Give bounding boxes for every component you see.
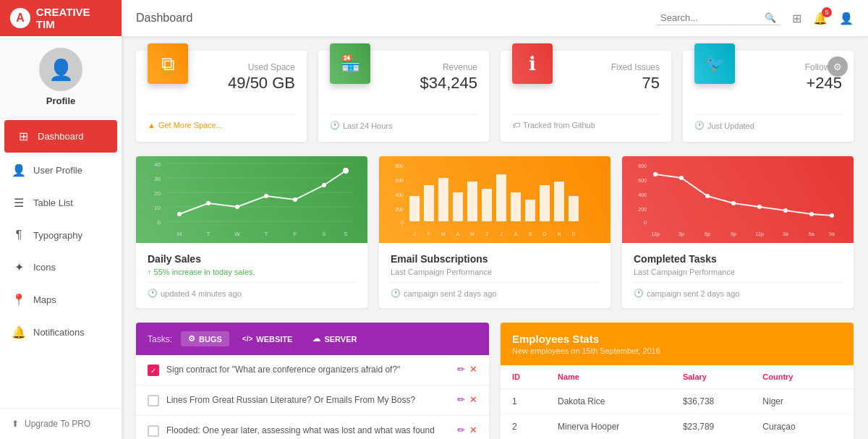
emp-salary: $36,738 [671,389,751,414]
daily-sales-footer-text: updated 4 minutes ago [161,289,242,298]
task-actions-1: ✏ ✕ [457,364,477,375]
task-text-1: Sign contract for "What are conference o… [166,364,450,376]
employees-header: Employees Stats New employees on 15th Se… [501,323,854,365]
svg-text:0: 0 [158,219,161,226]
employees-card: Employees Stats New employees on 15th Se… [501,323,854,439]
svg-point-15 [322,183,326,187]
svg-text:S: S [344,231,347,237]
task-delete-1[interactable]: ✕ [469,364,477,375]
completed-tasks-footer: 🕐 campaign sent 2 days ago [634,282,842,298]
svg-text:F: F [427,231,430,236]
brand-header: A CREATIVE TIM [0,0,122,36]
website-icon: </> [242,335,252,343]
svg-text:W: W [234,231,240,237]
emp-id: 2 [501,414,546,440]
sidebar-item-notifications[interactable]: 🔔 Notifications [0,316,122,349]
header: Dashboard 🔍 ⊞ 🔔 5 👤 [122,0,868,36]
task-tab-server[interactable]: ☁ SERVER [305,331,364,346]
svg-rect-34 [482,189,492,221]
task-checkbox-1[interactable]: ✓ [148,365,159,376]
svg-text:J: J [500,231,503,236]
clock-icon-daily: 🕐 [148,289,158,298]
maps-icon: 📍 [12,293,26,307]
task-delete-2[interactable]: ✕ [469,394,477,405]
col-salary: Salary [671,365,751,389]
svg-text:M: M [441,231,446,236]
fixed-issues-footer: 🏷 Tracked from Github [512,114,660,129]
svg-text:600: 600 [638,178,647,183]
get-more-space-link[interactable]: Get More Space... [158,121,223,129]
email-subs-footer-text: campaign sent 2 days ago [404,289,496,298]
task-checkbox-3[interactable] [148,425,159,437]
task-tab-website[interactable]: </> WEBSITE [235,332,300,346]
tasks-label: Tasks: [148,334,172,344]
stat-card-followers: ⚙ 🐦 Followers +245 🕐 Just Updated [683,51,854,142]
task-checkbox-2[interactable] [148,395,159,406]
svg-rect-40 [569,196,579,221]
website-label: WEBSITE [256,335,292,344]
svg-point-58 [653,172,658,176]
svg-text:O: O [542,231,547,236]
search-icon[interactable]: 🔍 [765,12,776,23]
sidebar-item-user-profile[interactable]: 👤 User Profile [0,154,122,187]
settings-icon[interactable]: ⚙ [827,56,848,77]
bell-icon[interactable]: 🔔 5 [813,12,827,25]
upgrade-button[interactable]: ⬆ Upgrade To PRO [0,408,122,439]
email-subs-title: Email Subscriptions [391,253,599,265]
svg-text:40: 40 [154,161,161,168]
task-edit-1[interactable]: ✏ [457,364,465,375]
sidebar-item-icons[interactable]: ✦ Icons [0,251,122,284]
sidebar-item-table-list[interactable]: ☰ Table List [0,187,122,219]
sidebar-item-maps[interactable]: 📍 Maps [0,284,122,316]
svg-rect-29 [409,196,420,221]
svg-text:T: T [207,231,210,237]
user-account-icon[interactable]: 👤 [839,12,854,25]
task-tab-bugs[interactable]: ⚙ BUGS [181,331,229,346]
svg-rect-38 [540,185,550,221]
svg-text:T: T [265,231,268,237]
svg-point-63 [783,208,788,213]
search-box: 🔍 [656,11,780,25]
svg-text:10: 10 [154,205,161,211]
col-id: ID [501,365,546,389]
task-text-2: Lines From Great Russian Literature? Or … [166,394,450,406]
task-actions-3: ✏ ✕ [457,425,477,435]
employees-table: ID Name Salary Country 1 Dakota Rice $36… [501,365,854,439]
svg-text:800: 800 [395,163,404,169]
sidebar-label-maps: Maps [33,294,56,305]
svg-text:20: 20 [154,190,161,197]
col-name: Name [546,365,671,389]
svg-point-64 [809,212,814,216]
grid-icon[interactable]: ⊞ [792,12,801,25]
brand-name: CREATIVE TIM [36,6,111,30]
sidebar-item-typography[interactable]: ¶ Typography [0,219,122,251]
daily-sales-title: Daily Sales [148,253,356,265]
svg-rect-35 [496,174,506,221]
update-clock-icon: 🕐 [694,121,705,130]
sidebar-label-notifications: Notifications [33,327,85,338]
svg-text:200: 200 [638,207,647,212]
search-input[interactable] [660,12,762,23]
task-edit-3[interactable]: ✏ [457,425,465,435]
svg-text:S: S [322,231,326,237]
chart-email-subscriptions: 800 600 400 200 0 [379,156,610,308]
user-icon: 👤 [12,163,26,177]
sidebar-item-dashboard[interactable]: ⊞ Dashboard [4,120,117,153]
clock-icon: 🕐 [330,121,340,130]
task-edit-2[interactable]: ✏ [457,394,465,405]
server-label: SERVER [324,335,357,344]
task-delete-3[interactable]: ✕ [469,425,477,435]
email-subs-subtitle: Last Campaign Performance [391,268,599,276]
employees-subtitle: New employees on 15th September, 2016 [512,346,842,355]
svg-text:12p: 12p [651,231,660,237]
clock-icon-email: 🕐 [391,289,401,298]
svg-text:3a: 3a [783,231,788,236]
svg-text:3p: 3p [678,231,684,237]
table-row: 1 Dakota Rice $36,738 Niger [501,389,854,414]
tag-icon: 🏷 [512,121,520,129]
emp-country: Niger [751,389,854,414]
revenue-icon: 🏪 [330,43,370,84]
tasks-header: Tasks: ⚙ BUGS </> WEBSITE ☁ SERVER [136,323,489,355]
svg-text:9a: 9a [829,231,835,236]
charts-row: 40 30 20 10 0 [136,156,854,308]
